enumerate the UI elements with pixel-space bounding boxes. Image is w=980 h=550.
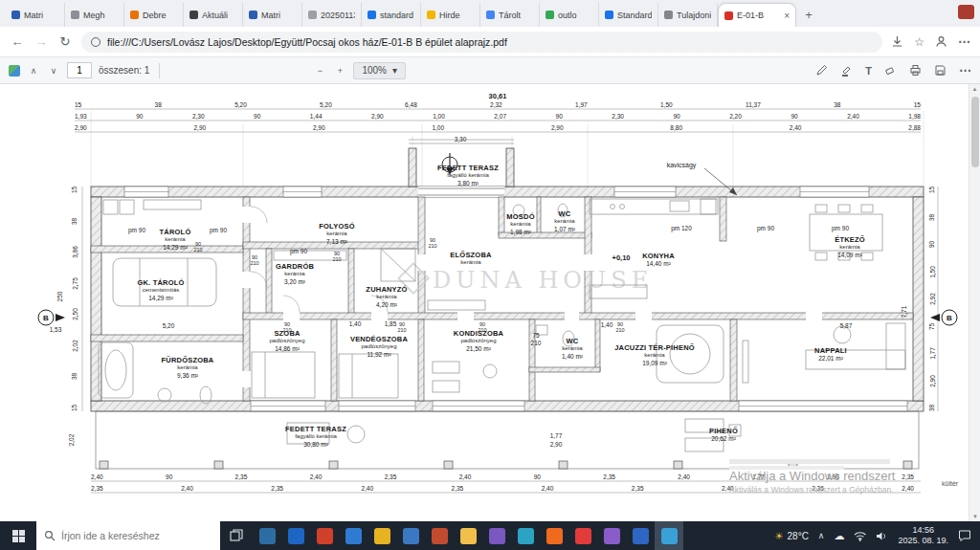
scroll-down-icon[interactable]: ▼	[969, 512, 980, 521]
hidden-icons-chevron[interactable]: ∧	[818, 531, 825, 540]
sun-icon: ☀	[775, 531, 784, 541]
parapet-label: pm 120	[671, 225, 692, 231]
inner-dimension: 210	[531, 340, 542, 346]
app-icon-glyph	[604, 528, 620, 544]
page-number-input[interactable]	[67, 62, 92, 78]
pdf-sidebar-icon[interactable]	[9, 65, 20, 77]
dimension-value: 38	[928, 405, 935, 411]
taskbar-app-icon[interactable]	[339, 521, 368, 550]
browser-tab[interactable]: Aktuáli	[184, 3, 243, 27]
weather-widget[interactable]: ☀ 28°C	[775, 531, 809, 541]
more-options-icon[interactable]: ⋯	[959, 63, 971, 77]
dimension-value: 2,88	[908, 124, 921, 131]
taskbar-app-icon[interactable]	[511, 521, 540, 550]
taskbar-app-icon[interactable]	[655, 521, 683, 550]
highlight-icon[interactable]	[840, 64, 853, 77]
taskbar-app-icon[interactable]	[253, 521, 281, 550]
erase-icon[interactable]	[884, 64, 897, 77]
taskbar-app-icon[interactable]	[626, 521, 655, 550]
url-field[interactable]: file:///C:/Users/Lovász Lajos/Desktop/Eg…	[81, 32, 882, 53]
tab-close-icon[interactable]: ×	[784, 11, 790, 21]
scrollbar-thumb[interactable]	[971, 97, 979, 167]
taskbar-app-icon[interactable]	[396, 521, 425, 550]
taskbar-app-icon[interactable]	[597, 521, 626, 550]
room-label-tarolo: TÁROLÓkerámia14,29 m²	[160, 228, 191, 252]
browser-tab[interactable]: Matri	[6, 3, 65, 27]
dimension-value: 38	[928, 213, 935, 220]
clock[interactable]: 14:56 2025. 08. 19.	[898, 525, 948, 546]
browser-tab[interactable]: Standardi	[599, 3, 658, 27]
dimension-value: 2,20	[729, 113, 742, 120]
dimension-value: 2,35	[385, 473, 397, 480]
add-text-icon[interactable]: T	[865, 65, 872, 77]
browser-tab[interactable]: standard t	[362, 3, 421, 27]
browser-tab[interactable]: Debre	[124, 3, 184, 27]
taskbar-search[interactable]	[36, 521, 220, 550]
door-size-label: 90210	[282, 321, 291, 333]
vertical-scrollbar[interactable]: ▲ ▼	[969, 84, 980, 521]
window-close-button[interactable]	[958, 5, 974, 19]
refresh-icon[interactable]: ↻	[57, 34, 73, 49]
dimension-chain-top-1: 15385,205,206,482,321,971,5011,373815	[75, 101, 921, 108]
room-label-jacuzzi-ter: JACUZZI TÉR-PIHENŐkerámia19,09 m²	[614, 343, 695, 367]
taskbar-app-icon[interactable]	[454, 521, 482, 550]
browser-tab-active[interactable]: E-01-B ×	[718, 3, 796, 27]
dimension-value: 2,35	[271, 485, 283, 492]
draw-icon[interactable]	[815, 64, 828, 77]
taskbar-app-icon[interactable]	[425, 521, 454, 550]
inner-dimension: 7,71	[901, 306, 907, 319]
zoom-level-dropdown[interactable]: 100% ▾	[353, 62, 406, 79]
taskbar-app-icon[interactable]	[540, 521, 568, 550]
new-tab-button[interactable]: +	[799, 5, 818, 24]
wifi-icon[interactable]	[854, 531, 866, 541]
speaker-icon[interactable]	[876, 531, 888, 541]
taskbar-app-icon[interactable]	[281, 521, 310, 550]
dimension-value: 2,40	[678, 473, 690, 480]
profile-icon[interactable]	[935, 35, 947, 48]
dimension-value: 90	[928, 241, 935, 248]
tab-title: Tárolt	[499, 11, 521, 20]
site-info-icon[interactable]	[91, 37, 100, 47]
taskbar-app-icon[interactable]	[310, 521, 339, 550]
browser-tab[interactable]: Matri	[243, 3, 302, 27]
door-size-label: 90210	[397, 321, 406, 333]
page-up-icon[interactable]: ∧	[27, 66, 40, 76]
browser-tab[interactable]: 20250113	[302, 3, 362, 27]
print-icon[interactable]	[909, 64, 922, 77]
inner-dimension: 2,90	[550, 441, 563, 448]
zoom-in-icon[interactable]: +	[333, 66, 346, 76]
taskbar-search-input[interactable]	[61, 530, 205, 541]
zoom-out-icon[interactable]: −	[313, 66, 326, 76]
dimension-value: 15	[71, 187, 78, 193]
taskbar-app-icon[interactable]	[482, 521, 511, 550]
tab-title: Megh	[83, 11, 105, 20]
taskbar-app-icon[interactable]	[368, 521, 396, 550]
scroll-up-icon[interactable]: ▲	[972, 86, 978, 92]
save-icon[interactable]	[934, 64, 947, 77]
app-icon-glyph	[259, 528, 276, 544]
back-icon[interactable]: ←	[10, 34, 25, 49]
download-icon[interactable]	[891, 35, 903, 48]
start-button[interactable]	[0, 521, 36, 550]
tab-favicon	[71, 11, 79, 19]
tab-title: Matri	[261, 11, 280, 20]
room-label-piheno: PIHENŐ20,62 m²	[709, 427, 738, 444]
page-down-icon[interactable]: ∨	[47, 66, 60, 76]
dimension-value: 2,35	[632, 485, 644, 492]
dimension-value: 15	[914, 101, 921, 108]
browser-tab[interactable]: Megh	[65, 3, 124, 27]
notification-icon[interactable]	[958, 530, 971, 541]
dimension-value: 90	[556, 113, 563, 120]
browser-tab[interactable]: Tárolt	[480, 3, 540, 27]
door-size-label: 90210	[332, 251, 341, 262]
browser-tab[interactable]: outlo	[540, 3, 599, 27]
browser-tab[interactable]: Hirde	[421, 3, 480, 27]
browser-menu-icon[interactable]: ⋯	[958, 34, 970, 49]
browser-tab[interactable]: Tulajdoni	[658, 3, 718, 27]
task-view-button[interactable]	[220, 521, 253, 550]
favorites-star-icon[interactable]: ☆	[914, 35, 924, 49]
onedrive-cloud-icon[interactable]: ☁	[834, 530, 844, 542]
dimension-value: 2,32	[490, 101, 502, 108]
taskbar-app-icon[interactable]	[568, 521, 597, 550]
room-label-gardrob: GARDRÓBkerámia3,20 m²	[276, 262, 314, 286]
